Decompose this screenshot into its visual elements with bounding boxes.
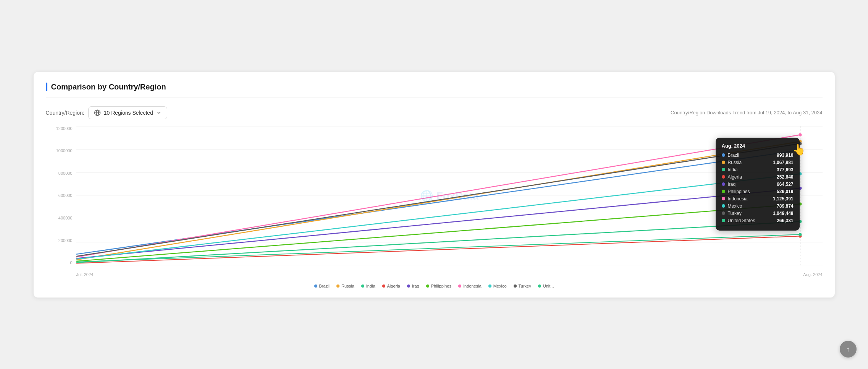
legend-dot bbox=[361, 284, 364, 288]
region-dropdown[interactable]: 10 Regions Selected bbox=[88, 106, 167, 119]
x-label-aug: Aug. 2024 bbox=[803, 272, 822, 277]
legend-dot bbox=[336, 284, 339, 288]
y-label-0: 0 bbox=[70, 260, 72, 265]
chart-plot: 🌐 FoxData Aug. 2024 Brazil 993,910 Russi… bbox=[76, 126, 823, 265]
tooltip-country: India bbox=[728, 167, 738, 172]
tooltip-row: Philippines 529,019 bbox=[722, 189, 794, 194]
legend-label: Brazil bbox=[319, 284, 330, 288]
legend-label: Russia bbox=[341, 284, 354, 288]
legend-dot bbox=[458, 284, 461, 288]
svg-line-14 bbox=[76, 236, 800, 263]
legend-dot bbox=[538, 284, 541, 288]
tooltip-country: Iraq bbox=[728, 182, 736, 187]
legend-item: Indonesia bbox=[458, 284, 482, 288]
chevron-down-icon bbox=[156, 110, 162, 115]
tooltip-country: Algeria bbox=[728, 174, 742, 180]
tooltip-dot bbox=[722, 182, 725, 186]
tooltip-value: 1,049,448 bbox=[773, 211, 793, 216]
tooltip-row: Brazil 993,910 bbox=[722, 153, 794, 158]
svg-line-19 bbox=[76, 143, 800, 256]
tooltip-dot bbox=[722, 161, 725, 164]
tooltip-value: 252,640 bbox=[777, 174, 793, 180]
trend-title: Country/Region Downloads Trend from Jul … bbox=[671, 110, 822, 115]
tooltip-dot bbox=[722, 175, 725, 179]
y-label-200000: 200000 bbox=[58, 238, 73, 243]
tooltip-value: 377,693 bbox=[777, 167, 793, 172]
tooltip-country: Brazil bbox=[728, 153, 739, 158]
svg-point-30 bbox=[798, 233, 802, 236]
legend-item: Algeria bbox=[382, 284, 400, 288]
tooltip-dot bbox=[722, 204, 725, 208]
region-selected-text: 10 Regions Selected bbox=[104, 110, 153, 116]
legend-label: Indonesia bbox=[463, 284, 482, 288]
tooltip-dot bbox=[722, 219, 725, 222]
tooltip-row: India 377,693 bbox=[722, 167, 794, 172]
tooltip-value: 1,067,881 bbox=[773, 160, 793, 165]
tooltip-box: Aug. 2024 Brazil 993,910 Russia 1,067,88… bbox=[716, 138, 800, 231]
x-axis-labels: Jul. 2024 Aug. 2024 bbox=[76, 270, 823, 279]
chart-inner: 1200000 1000000 800000 600000 400000 200… bbox=[46, 126, 823, 279]
legend-item: Iraq bbox=[407, 284, 419, 288]
tooltip-dot bbox=[722, 211, 725, 215]
tooltip-month: Aug. 2024 bbox=[722, 143, 794, 149]
tooltip-value: 529,019 bbox=[777, 189, 793, 194]
tooltip-value: 1,125,391 bbox=[773, 196, 793, 202]
legend-label: Mexico bbox=[493, 284, 507, 288]
tooltip-row: Iraq 664,527 bbox=[722, 182, 794, 187]
comparison-card: Comparison by Country/Region Country/Reg… bbox=[33, 72, 835, 298]
legend-item: Philippines bbox=[426, 284, 451, 288]
tooltip-dot bbox=[722, 153, 725, 157]
legend-label: India bbox=[366, 284, 375, 288]
tooltip-country: Indonesia bbox=[728, 196, 748, 202]
tooltip-row: Turkey 1,049,448 bbox=[722, 211, 794, 216]
y-axis-labels: 1200000 1000000 800000 600000 400000 200… bbox=[46, 126, 76, 265]
tooltip-rows: Brazil 993,910 Russia 1,067,881 India 37… bbox=[722, 153, 794, 223]
card-title-row: Comparison by Country/Region bbox=[46, 83, 823, 98]
legend-item: Russia bbox=[336, 284, 354, 288]
tooltip-value: 664,527 bbox=[777, 182, 793, 187]
svg-line-18 bbox=[76, 174, 800, 259]
tooltip-value: 993,910 bbox=[777, 153, 793, 158]
y-label-400000: 400000 bbox=[58, 216, 73, 220]
tooltip-dot bbox=[722, 168, 725, 171]
tooltip-row: Mexico 789,874 bbox=[722, 203, 794, 209]
tooltip-dot bbox=[722, 197, 725, 200]
tooltip-country: Mexico bbox=[728, 203, 742, 209]
scroll-up-button[interactable]: ↑ bbox=[840, 341, 857, 358]
legend-dot bbox=[488, 284, 491, 288]
legend-dot bbox=[382, 284, 385, 288]
tooltip-row: United States 266,331 bbox=[722, 218, 794, 223]
legend-item: India bbox=[361, 284, 375, 288]
filter-label: Country/Region: bbox=[46, 110, 84, 116]
tooltip-country: United States bbox=[728, 218, 755, 223]
chart-area: 1200000 1000000 800000 600000 400000 200… bbox=[46, 126, 823, 279]
legend-item: Mexico bbox=[488, 284, 507, 288]
card-title: Comparison by Country/Region bbox=[51, 83, 166, 91]
tooltip-value: 266,331 bbox=[777, 218, 793, 223]
legend-dot bbox=[407, 284, 410, 288]
y-label-800000: 800000 bbox=[58, 171, 73, 176]
tooltip-country: Turkey bbox=[728, 211, 742, 216]
legend-label: Iraq bbox=[412, 284, 419, 288]
globe-icon bbox=[94, 109, 101, 116]
controls-row: Country/Region: 10 Regions Selected Coun… bbox=[46, 106, 823, 119]
legend-label: Algeria bbox=[387, 284, 400, 288]
x-label-jul: Jul. 2024 bbox=[76, 272, 94, 277]
legend-dot bbox=[514, 284, 517, 288]
legend-item: Unit... bbox=[538, 284, 554, 288]
legend-label: Philippines bbox=[431, 284, 451, 288]
svg-point-27 bbox=[798, 133, 802, 136]
tooltip-row: Indonesia 1,125,391 bbox=[722, 196, 794, 202]
legend-label: Turkey bbox=[519, 284, 531, 288]
tooltip-row: Algeria 252,640 bbox=[722, 174, 794, 180]
tooltip-value: 789,874 bbox=[777, 203, 793, 209]
legend-item: Brazil bbox=[314, 284, 330, 288]
legend-row: Brazil Russia India Algeria Iraq Philipp… bbox=[46, 284, 823, 288]
filter-group: Country/Region: 10 Regions Selected bbox=[46, 106, 167, 119]
tooltip-country: Philippines bbox=[728, 189, 750, 194]
svg-line-16 bbox=[76, 204, 800, 261]
scroll-up-icon: ↑ bbox=[847, 345, 850, 353]
chart-svg bbox=[76, 126, 823, 265]
title-bar-accent bbox=[46, 83, 47, 91]
legend-dot bbox=[314, 284, 317, 288]
